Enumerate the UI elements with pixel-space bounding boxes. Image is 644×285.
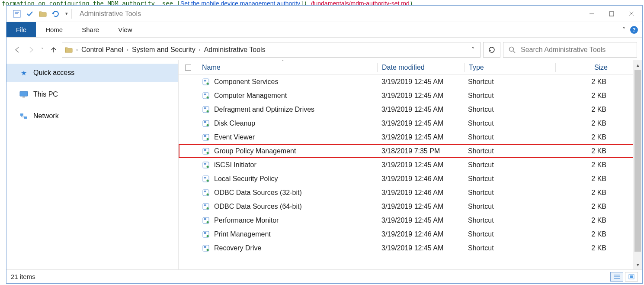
svg-rect-11 bbox=[20, 113, 23, 116]
help-button[interactable]: ? bbox=[630, 26, 638, 34]
search-box[interactable] bbox=[503, 42, 637, 58]
column-header-size[interactable]: Size bbox=[556, 64, 625, 71]
scroll-thumb[interactable] bbox=[634, 70, 641, 252]
breadcrumb-item[interactable]: Control Panel bbox=[81, 46, 123, 54]
file-name: Defragment and Optimize Drives bbox=[214, 106, 314, 113]
file-type: Shortcut bbox=[464, 120, 554, 127]
svg-rect-1 bbox=[15, 12, 19, 13]
svg-point-33 bbox=[207, 166, 209, 168]
file-size: 2 KB bbox=[554, 120, 624, 127]
file-row[interactable]: Print Management3/19/2019 12:46 AMShortc… bbox=[179, 227, 642, 241]
star-icon: ★ bbox=[19, 68, 28, 77]
svg-point-30 bbox=[207, 152, 209, 154]
svg-point-48 bbox=[207, 235, 209, 237]
recent-dropdown[interactable]: ˅ bbox=[39, 44, 45, 55]
file-row[interactable]: Group Policy Management3/18/2019 7:35 PM… bbox=[179, 144, 642, 158]
file-row[interactable]: Local Security Policy3/19/2019 12:46 AMS… bbox=[179, 172, 642, 186]
refresh-button[interactable] bbox=[483, 42, 500, 58]
file-row[interactable]: Event Viewer3/19/2019 12:45 AMShortcut2 … bbox=[179, 130, 642, 144]
file-date: 3/19/2019 12:45 AM bbox=[377, 133, 464, 141]
home-tab[interactable]: Home bbox=[36, 22, 72, 37]
file-row[interactable]: Defragment and Optimize Drives3/19/2019 … bbox=[179, 103, 642, 117]
column-header-name[interactable]: Name bbox=[198, 64, 377, 71]
file-row[interactable]: Component Services3/19/2019 12:45 AMShor… bbox=[179, 75, 642, 89]
file-row[interactable]: Disk Cleanup3/19/2019 12:45 AMShortcut2 … bbox=[179, 117, 642, 130]
thumbnails-view-button[interactable] bbox=[625, 272, 638, 282]
expand-ribbon-button[interactable]: ˅ bbox=[622, 26, 626, 34]
up-button[interactable] bbox=[48, 44, 59, 55]
svg-rect-41 bbox=[204, 204, 206, 206]
svg-rect-17 bbox=[204, 94, 206, 95]
file-row[interactable]: Computer Management3/19/2019 12:45 AMSho… bbox=[179, 89, 642, 103]
file-date: 3/19/2019 12:45 AM bbox=[377, 217, 464, 224]
file-row[interactable]: Recovery Drive3/19/2019 12:45 AMShortcut… bbox=[179, 241, 642, 255]
column-header-type[interactable]: Type bbox=[465, 64, 555, 71]
file-size: 2 KB bbox=[554, 147, 624, 155]
file-size: 2 KB bbox=[554, 92, 624, 100]
file-row[interactable]: ODBC Data Sources (64-bit)3/19/2019 12:4… bbox=[179, 200, 642, 214]
file-date: 3/19/2019 12:45 AM bbox=[377, 203, 464, 211]
view-tab[interactable]: View bbox=[109, 22, 141, 37]
file-date: 3/19/2019 12:46 AM bbox=[377, 175, 464, 183]
svg-rect-50 bbox=[204, 246, 206, 248]
column-header-date[interactable]: Date modified bbox=[378, 64, 464, 71]
qat-checkmark-icon[interactable] bbox=[25, 9, 35, 19]
qat-properties-button[interactable] bbox=[12, 9, 22, 19]
undo-button[interactable] bbox=[51, 9, 61, 19]
chevron-right-icon[interactable]: › bbox=[199, 47, 201, 53]
svg-point-27 bbox=[207, 138, 209, 140]
scroll-down-button[interactable]: ▾ bbox=[633, 260, 642, 269]
forward-button[interactable] bbox=[26, 44, 37, 55]
file-date: 3/19/2019 12:46 AM bbox=[377, 189, 464, 197]
svg-rect-14 bbox=[204, 80, 206, 81]
minimize-button[interactable] bbox=[582, 7, 602, 21]
navigation-row: ˅ › Control Panel › System and Security … bbox=[6, 38, 642, 62]
breadcrumb-item[interactable]: System and Security bbox=[132, 46, 195, 54]
sidebar-item-quick-access[interactable]: ★ Quick access bbox=[6, 64, 178, 82]
file-row[interactable]: Performance Monitor3/19/2019 12:45 AMSho… bbox=[179, 214, 642, 227]
file-type: Shortcut bbox=[464, 106, 554, 113]
svg-rect-32 bbox=[204, 163, 206, 165]
chevron-right-icon[interactable]: › bbox=[76, 47, 78, 53]
file-date: 3/19/2019 12:45 AM bbox=[377, 244, 464, 252]
explorer-window: ▾ Administrative Tools File Home Share V… bbox=[6, 5, 643, 284]
window-title: Administrative Tools bbox=[80, 10, 141, 18]
scrollbar[interactable]: ▴ ▾ bbox=[633, 60, 642, 269]
svg-point-39 bbox=[207, 194, 209, 196]
back-button[interactable] bbox=[12, 44, 23, 55]
file-row[interactable]: ODBC Data Sources (32-bit)3/19/2019 12:4… bbox=[179, 186, 642, 200]
svg-rect-56 bbox=[630, 275, 633, 278]
file-tab[interactable]: File bbox=[6, 22, 36, 37]
svg-point-45 bbox=[207, 221, 209, 223]
chevron-right-icon[interactable]: › bbox=[127, 47, 128, 53]
file-date: 3/19/2019 12:45 AM bbox=[377, 92, 464, 100]
share-tab[interactable]: Share bbox=[72, 22, 109, 37]
sidebar-item-label: This PC bbox=[33, 91, 58, 98]
maximize-button[interactable] bbox=[602, 7, 622, 21]
breadcrumb-item[interactable]: Administrative Tools bbox=[204, 46, 266, 54]
file-size: 2 KB bbox=[554, 133, 624, 141]
search-input[interactable] bbox=[520, 45, 631, 54]
qat-newfolder-button[interactable] bbox=[38, 9, 48, 19]
select-all-checkbox[interactable] bbox=[185, 65, 191, 71]
file-type: Shortcut bbox=[464, 133, 554, 141]
file-name: Recovery Drive bbox=[214, 244, 261, 252]
scroll-up-button[interactable]: ▴ bbox=[633, 60, 642, 70]
qat-customize-dropdown[interactable]: ▾ bbox=[64, 9, 70, 19]
monitor-icon bbox=[19, 90, 28, 99]
file-size: 2 KB bbox=[554, 175, 624, 183]
sidebar-item-network[interactable]: Network bbox=[6, 107, 178, 125]
file-type: Shortcut bbox=[464, 203, 554, 211]
address-dropdown[interactable]: ˅ bbox=[469, 46, 477, 54]
file-row[interactable]: iSCSI Initiator3/19/2019 12:45 AMShortcu… bbox=[179, 158, 642, 172]
file-size: 2 KB bbox=[554, 78, 624, 86]
file-size: 2 KB bbox=[554, 203, 624, 211]
breadcrumb: Control Panel › System and Security › Ad… bbox=[81, 46, 266, 54]
address-bar[interactable]: › Control Panel › System and Security › … bbox=[62, 42, 481, 58]
details-view-button[interactable] bbox=[610, 272, 623, 282]
svg-rect-26 bbox=[204, 135, 206, 137]
close-button[interactable] bbox=[622, 7, 641, 21]
sidebar-item-this-pc[interactable]: This PC bbox=[6, 85, 178, 104]
svg-rect-9 bbox=[20, 91, 28, 96]
svg-point-51 bbox=[207, 249, 209, 251]
